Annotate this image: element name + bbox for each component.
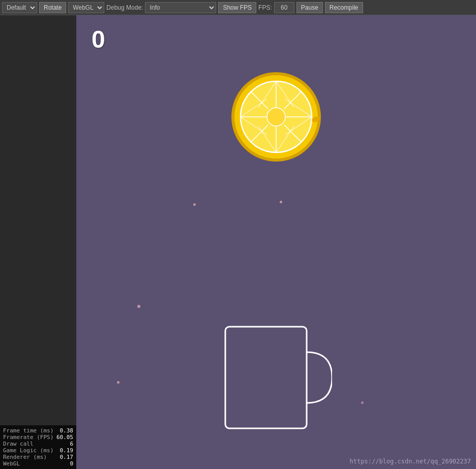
- stat-row-frametime: Frame time (ms) 0.38: [3, 427, 73, 434]
- stat-fps-val: 60.05: [56, 434, 73, 441]
- sparkle-1: [193, 203, 196, 206]
- webgl-select[interactable]: WebGL: [68, 2, 104, 13]
- sidebar: Frame time (ms) 0.38 Framerate (FPS) 60.…: [0, 15, 76, 469]
- mug-sprite: [220, 322, 332, 439]
- stats-panel: Frame time (ms) 0.38 Framerate (FPS) 60.…: [0, 425, 76, 469]
- sparkle-2: [280, 201, 282, 203]
- sparkle-3: [137, 305, 140, 308]
- stat-gamelogic-val: 0.19: [60, 447, 74, 454]
- toolbar: Default Rotate WebGL Debug Mode: Info Sh…: [0, 0, 476, 15]
- stat-frametime-val: 0.38: [60, 427, 74, 434]
- stat-frametime-label: Frame time (ms): [3, 427, 53, 434]
- fps-label: FPS:: [258, 4, 272, 11]
- stat-row-webgl: WebGL 0: [3, 460, 73, 467]
- pause-button[interactable]: Pause: [296, 2, 323, 13]
- stat-row-fps: Framerate (FPS) 60.05: [3, 434, 73, 441]
- lemon-sprite: [230, 71, 322, 163]
- score-display: 0: [92, 25, 105, 53]
- stat-fps-label: Framerate (FPS): [3, 434, 53, 441]
- stat-row-gamelogic: Game Logic (ms) 0.19: [3, 447, 73, 454]
- stat-row-renderer: Renderer (ms) 0.17: [3, 454, 73, 460]
- stat-renderer-val: 0.17: [60, 454, 74, 460]
- rotate-button[interactable]: Rotate: [39, 2, 66, 13]
- preset-select[interactable]: Default: [2, 2, 37, 13]
- stat-drawcall-label: Draw call: [3, 441, 34, 447]
- main-area: Frame time (ms) 0.38 Framerate (FPS) 60.…: [0, 15, 476, 469]
- sparkle-4: [117, 381, 120, 384]
- game-canvas[interactable]: 0: [76, 15, 476, 469]
- stat-drawcall-val: 6: [70, 441, 73, 447]
- stat-webgl-val: 0: [70, 460, 73, 467]
- show-fps-button[interactable]: Show FPS: [218, 2, 256, 13]
- stat-webgl-label: WebGL: [3, 460, 20, 467]
- stat-renderer-label: Renderer (ms): [3, 454, 47, 460]
- svg-rect-21: [225, 327, 307, 428]
- sparkle-5: [361, 401, 364, 404]
- debug-mode-label: Debug Mode:: [106, 4, 143, 11]
- svg-point-3: [267, 108, 285, 126]
- fps-input[interactable]: [274, 2, 294, 13]
- debug-mode-select[interactable]: Info: [145, 2, 216, 13]
- stat-gamelogic-label: Game Logic (ms): [3, 447, 53, 454]
- recompile-button[interactable]: Recompile: [325, 2, 363, 13]
- watermark: https://blog.csdn.net/qq_26902237: [350, 458, 471, 465]
- stat-row-drawcall: Draw call 6: [3, 441, 73, 447]
